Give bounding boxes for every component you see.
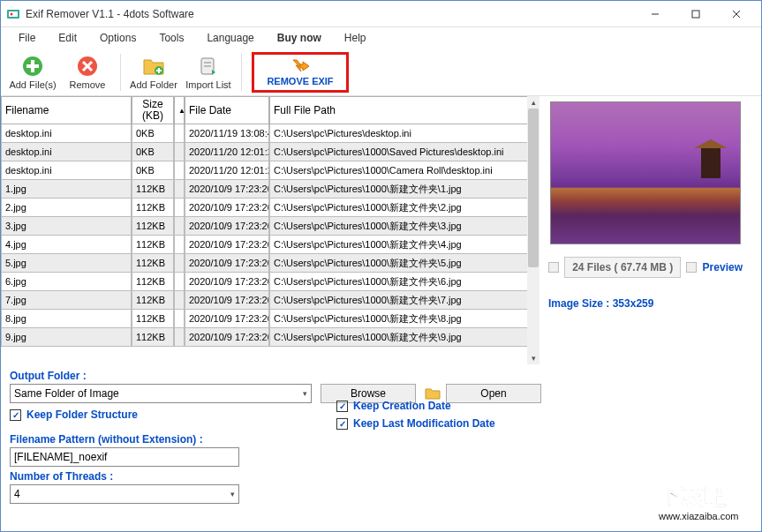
cell-date: 2020/10/9 17:23:20	[185, 310, 269, 328]
checkbox-checked-icon: ✓	[10, 409, 21, 421]
file-table[interactable]: Filename Size (KB) ▲ File Date Full File…	[1, 96, 539, 364]
close-button[interactable]	[717, 2, 756, 26]
output-folder-label: Output Folder :	[10, 370, 752, 382]
filename-pattern-input[interactable]: [FILENAME]_noexif	[10, 447, 239, 467]
table-row[interactable]: 5.jpg112KB2020/10/9 17:23:20C:\Users\pc\…	[1, 254, 531, 273]
cell-date: 2020/10/9 17:23:20	[185, 199, 269, 217]
import-list-button[interactable]: Import List	[184, 50, 233, 94]
output-folder-value: Same Folder of Image	[14, 387, 119, 400]
cell-date: 2020/10/9 17:23:20	[185, 180, 269, 199]
cell-date: 2020/11/19 13:08:49	[185, 124, 269, 143]
table-row[interactable]: 9.jpg112KB2020/10/9 17:23:20C:\Users\pc\…	[1, 328, 531, 347]
sort-indicator[interactable]: ▲	[174, 96, 185, 124]
output-folder-combo[interactable]: Same Folder of Image ▾	[10, 384, 312, 403]
window-title: Exif Remover V1.1 - 4dots Software	[26, 8, 636, 20]
add-files-label: Add File(s)	[9, 79, 56, 90]
cell-path: C:\Users\pc\Pictures\1000\新建文件夹\9.jpg	[269, 328, 531, 347]
plus-green-icon	[20, 54, 45, 79]
cell-filename: desktop.ini	[1, 124, 132, 143]
cell-date: 2020/10/9 17:23:20	[185, 328, 269, 347]
cell-date: 2020/10/9 17:23:20	[185, 217, 269, 236]
preview-pane: 24 Files ( 67.74 MB ) Preview Image Size…	[539, 96, 751, 364]
table-row[interactable]: 8.jpg112KB2020/10/9 17:23:20C:\Users\pc\…	[1, 310, 531, 328]
vertical-scrollbar[interactable]: ▴ ▾	[527, 96, 539, 364]
cell-path: C:\Users\pc\Pictures\1000\新建文件夹\5.jpg	[269, 254, 531, 273]
table-row[interactable]: desktop.ini0KB2020/11/20 12:01:27C:\User…	[1, 143, 531, 161]
menu-tools[interactable]: Tools	[148, 29, 194, 47]
svg-rect-15	[156, 70, 162, 71]
cell-date: 2020/10/9 17:23:20	[185, 236, 269, 254]
add-files-button[interactable]: Add File(s)	[8, 50, 57, 94]
folder-icon	[425, 386, 441, 401]
table-row[interactable]: 2.jpg112KB2020/10/9 17:23:20C:\Users\pc\…	[1, 199, 531, 217]
cell-size: 112KB	[132, 180, 174, 199]
cell-size: 0KB	[132, 143, 174, 161]
cell-path: C:\Users\pc\Pictures\1000\新建文件夹\1.jpg	[269, 180, 531, 199]
cell-filename: desktop.ini	[1, 161, 132, 180]
col-size[interactable]: Size (KB)	[132, 96, 174, 124]
cell-size: 0KB	[132, 124, 174, 143]
remove-exif-button[interactable]: REMOVE EXIF	[252, 52, 349, 93]
menu-edit[interactable]: Edit	[48, 29, 87, 47]
svg-rect-9	[26, 64, 39, 68]
table-row[interactable]: 6.jpg112KB2020/10/9 17:23:20C:\Users\pc\…	[1, 273, 531, 291]
toolbar-separator	[120, 54, 121, 91]
scroll-up-icon[interactable]: ▴	[527, 96, 539, 109]
svg-point-2	[11, 12, 13, 15]
add-folder-button[interactable]: Add Folder	[129, 50, 178, 94]
preview-link[interactable]: Preview	[703, 261, 743, 273]
cell-size: 112KB	[132, 199, 174, 217]
col-filename[interactable]: Filename	[1, 96, 132, 124]
app-icon	[6, 7, 20, 21]
checkbox-checked-icon: ✓	[336, 418, 348, 430]
toolbar-separator	[241, 54, 242, 91]
import-list-icon	[196, 54, 221, 79]
menu-options[interactable]: Options	[89, 29, 147, 47]
lightning-arrow-icon	[290, 58, 310, 74]
cell-path: C:\Users\pc\Pictures\1000\Camera Roll\de…	[269, 161, 531, 180]
menu-help[interactable]: Help	[334, 29, 377, 47]
cell-date: 2020/10/9 17:23:20	[185, 254, 269, 273]
watermark: 下载吧www.xiazaiba.com	[655, 476, 761, 528]
col-date[interactable]: File Date	[185, 96, 269, 124]
menu-file[interactable]: File	[8, 29, 46, 47]
cell-date: 2020/11/20 12:01:27	[185, 143, 269, 161]
table-row[interactable]: desktop.ini0KB2020/11/20 12:01:27C:\User…	[1, 161, 531, 180]
threads-combo[interactable]: 4 ▾	[10, 484, 239, 504]
cell-size: 112KB	[132, 217, 174, 236]
remove-button[interactable]: Remove	[63, 50, 112, 94]
keep-modification-checkbox[interactable]: ✓ Keep Last Modification Date	[336, 417, 495, 430]
scroll-thumb[interactable]	[528, 109, 539, 267]
threads-label: Number of Threads :	[10, 470, 752, 483]
keep-creation-checkbox[interactable]: ✓ Keep Creation Date	[336, 400, 495, 412]
options-panel: Output Folder : Same Folder of Image ▾ B…	[1, 364, 761, 528]
next-image-button[interactable]	[686, 262, 697, 273]
remove-label: Remove	[70, 79, 106, 90]
minimize-button[interactable]	[636, 2, 675, 26]
cell-filename: 6.jpg	[1, 273, 132, 291]
menu-language[interactable]: Language	[196, 29, 264, 47]
cell-path: C:\Users\pc\Pictures\1000\新建文件夹\4.jpg	[269, 236, 531, 254]
cell-size: 0KB	[132, 161, 174, 180]
cell-filename: 5.jpg	[1, 254, 132, 273]
maximize-button[interactable]	[676, 2, 715, 26]
cell-date: 2020/11/20 12:01:27	[185, 161, 269, 180]
cell-path: C:\Users\pc\Pictures\desktop.ini	[269, 124, 531, 143]
scroll-down-icon[interactable]: ▾	[527, 352, 539, 364]
menu-buy-now[interactable]: Buy now	[267, 29, 332, 47]
table-row[interactable]: 3.jpg112KB2020/10/9 17:23:20C:\Users\pc\…	[1, 217, 531, 236]
table-row[interactable]: 4.jpg112KB2020/10/9 17:23:20C:\Users\pc\…	[1, 236, 531, 254]
cell-filename: 2.jpg	[1, 199, 132, 217]
cell-filename: desktop.ini	[1, 143, 132, 161]
table-row[interactable]: 7.jpg112KB2020/10/9 17:23:20C:\Users\pc\…	[1, 291, 531, 310]
table-row[interactable]: 1.jpg112KB2020/10/9 17:23:20C:\Users\pc\…	[1, 180, 531, 199]
table-row[interactable]: desktop.ini0KB2020/11/19 13:08:49C:\User…	[1, 124, 531, 143]
col-path[interactable]: Full File Path	[269, 96, 531, 124]
svg-rect-4	[692, 11, 699, 18]
x-red-icon	[75, 54, 100, 79]
folder-plus-icon	[141, 54, 166, 79]
cell-size: 112KB	[132, 328, 174, 347]
filename-pattern-label: Filename Pattern (without Extension) :	[10, 433, 752, 446]
file-count-label: 24 Files ( 67.74 MB )	[564, 257, 681, 278]
prev-image-button[interactable]	[548, 262, 559, 273]
